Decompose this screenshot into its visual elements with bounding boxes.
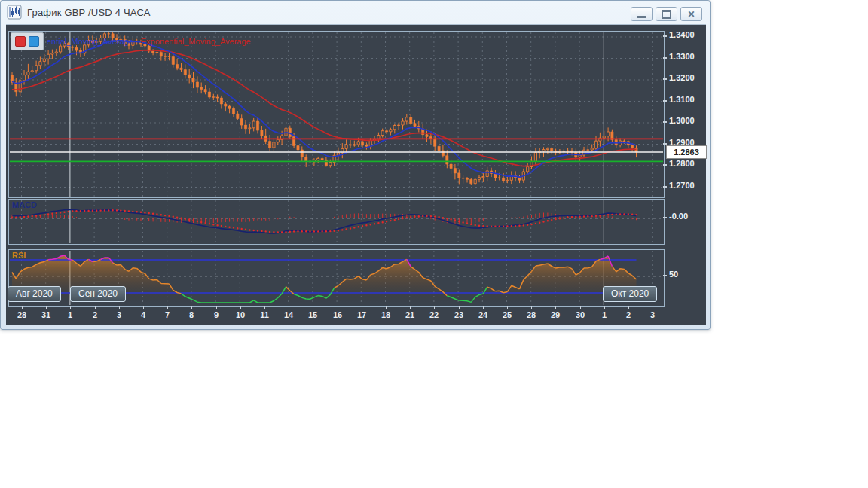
axis-tick <box>555 306 556 309</box>
macd-chart[interactable] <box>10 200 663 246</box>
price-axis-label: 1.3300 <box>669 52 695 61</box>
macd-axis-label: -0.00 <box>669 212 688 221</box>
price-chart[interactable] <box>10 32 663 200</box>
date-axis-label: 25 <box>497 310 518 319</box>
date-axis-label: 28 <box>11 310 32 319</box>
red-swatch-icon <box>15 36 26 47</box>
axis-tick <box>313 306 313 309</box>
axis-tick <box>663 217 667 218</box>
time-axis[interactable]: 2831123478910111415161718212223242528293… <box>8 306 663 325</box>
rsi-label: RSI <box>12 251 26 260</box>
month-tag-aug[interactable]: Авг 2020 <box>8 286 61 302</box>
date-axis-label: 14 <box>278 310 299 319</box>
axis-tick <box>604 306 605 309</box>
date-axis-label: 21 <box>399 310 420 319</box>
date-axis-label: 3 <box>108 310 130 319</box>
axis-tick <box>628 306 629 309</box>
chart-client-area: ential_Moving_Average Exponential_Moving… <box>6 24 706 325</box>
window-title: График GBP /USD 4 ЧАСА <box>27 7 151 18</box>
axis-tick <box>663 121 667 123</box>
date-axis-label: 10 <box>230 310 251 319</box>
candlestick-chart-icon <box>7 5 22 20</box>
date-axis-label: 3 <box>642 310 663 319</box>
date-axis-label: 7 <box>157 310 178 319</box>
axis-tick <box>483 306 484 309</box>
axis-tick <box>289 306 289 309</box>
axis-tick <box>580 306 581 309</box>
title-bar[interactable]: График GBP /USD 4 ЧАСА ✕ <box>1 1 710 23</box>
price-axis: 1.34001.33001.32001.31001.30001.29001.28… <box>663 25 706 307</box>
date-axis-label: 2 <box>84 310 105 319</box>
axis-tick <box>191 306 192 309</box>
axis-tick <box>507 306 508 309</box>
legend-ema-blue-label[interactable]: ential_Moving_Average <box>47 37 133 46</box>
price-axis-label: 1.3400 <box>669 30 695 39</box>
date-axis-label: 11 <box>254 310 275 319</box>
axis-tick <box>386 306 387 309</box>
axis-tick <box>46 306 47 309</box>
maximize-button[interactable] <box>656 7 677 21</box>
indicator-legend: ential_Moving_Average Exponential_Moving… <box>11 33 251 50</box>
date-axis-label: 31 <box>35 310 57 319</box>
date-axis-label: 24 <box>472 310 494 319</box>
axis-tick <box>167 306 168 309</box>
chart-window: График GBP /USD 4 ЧАСА ✕ en <box>0 0 711 330</box>
desktop: График GBP /USD 4 ЧАСА ✕ en <box>0 0 868 488</box>
date-axis-label: 8 <box>181 310 202 319</box>
maximize-icon <box>662 10 671 19</box>
date-axis-label: 23 <box>448 310 469 319</box>
axis-tick <box>362 306 362 309</box>
date-axis-label: 18 <box>375 310 396 319</box>
axis-tick <box>240 306 241 309</box>
legend-ema-red-label[interactable]: Exponential_Moving_Average <box>141 37 251 46</box>
date-axis-label: 22 <box>423 310 445 319</box>
blue-swatch-icon <box>29 36 39 47</box>
axis-tick <box>143 306 144 309</box>
axis-tick <box>22 306 23 309</box>
axis-tick <box>434 306 435 309</box>
price-axis-label: 1.2800 <box>669 159 695 168</box>
date-axis-label: 16 <box>327 310 348 319</box>
month-tag-oct[interactable]: Окт 2020 <box>603 286 657 302</box>
date-axis-label: 17 <box>351 310 372 319</box>
axis-tick <box>663 100 667 102</box>
close-button[interactable]: ✕ <box>680 7 702 21</box>
month-tag-sep[interactable]: Сен 2020 <box>70 286 126 302</box>
price-axis-label: 1.3000 <box>669 116 695 125</box>
rsi-axis-label: 50 <box>669 270 678 279</box>
current-price-box: 1.2863 <box>666 145 707 159</box>
date-axis-label: 1 <box>594 310 615 319</box>
macd-panel[interactable]: MACD <box>8 199 665 245</box>
axis-tick <box>663 78 667 80</box>
axis-tick <box>338 306 338 309</box>
date-axis-label: 28 <box>521 310 542 319</box>
axis-tick <box>663 164 667 166</box>
date-axis-label: 1 <box>60 310 81 319</box>
axis-tick <box>459 306 460 309</box>
axis-tick <box>663 143 667 145</box>
date-axis-label: 4 <box>133 310 154 319</box>
axis-tick <box>264 306 265 309</box>
axis-tick <box>410 306 411 309</box>
axis-tick <box>95 306 96 309</box>
date-axis-label: 15 <box>302 310 323 319</box>
price-axis-label: 1.2700 <box>669 181 695 190</box>
minimize-icon <box>637 16 646 18</box>
axis-tick <box>70 306 71 309</box>
axis-tick <box>653 306 653 309</box>
axis-tick <box>663 186 667 188</box>
axis-tick <box>531 306 532 309</box>
date-axis-label: 29 <box>545 310 566 319</box>
macd-label: MACD <box>12 200 37 209</box>
axis-tick <box>663 35 667 37</box>
axis-tick <box>663 57 667 59</box>
date-axis-label: 30 <box>570 310 591 319</box>
date-axis-label: 2 <box>618 310 639 319</box>
date-axis-label: 9 <box>206 310 227 319</box>
axis-tick <box>119 306 120 309</box>
price-axis-label: 1.3100 <box>669 95 695 104</box>
price-panel[interactable]: ential_Moving_Average Exponential_Moving… <box>8 31 665 198</box>
axis-tick <box>216 306 217 309</box>
minimize-button[interactable] <box>631 7 653 21</box>
legend-swatches[interactable] <box>11 32 44 50</box>
